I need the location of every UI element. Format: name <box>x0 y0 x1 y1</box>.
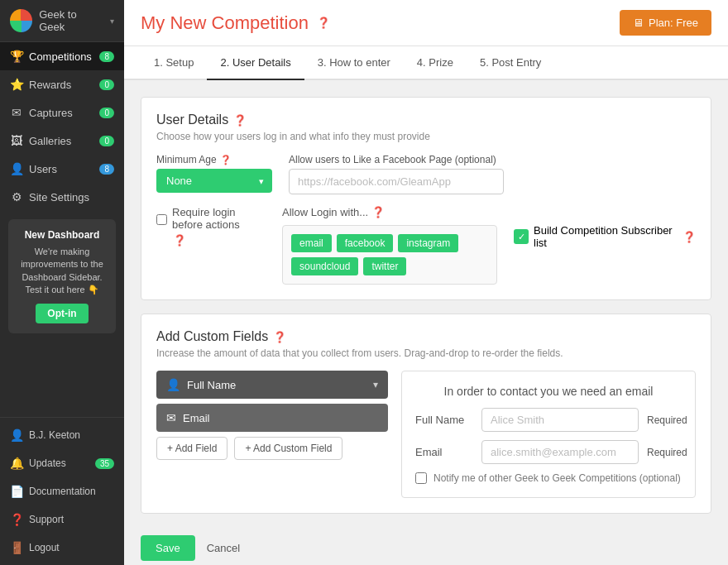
plan-icon: 🖥 <box>633 17 644 29</box>
tab-setup[interactable]: 1. Setup <box>141 46 207 80</box>
tab-how-to-enter[interactable]: 3. How to enter <box>304 46 404 80</box>
allow-login-help-icon[interactable]: ❓ <box>371 206 385 218</box>
add-buttons: + Add Field + Add Custom Field <box>156 437 388 460</box>
require-login-checkbox[interactable] <box>156 213 167 226</box>
updates-label: Updates <box>29 457 66 469</box>
sidebar-item-logout[interactable]: 🚪 Logout <box>0 534 124 562</box>
galleries-badge: 0 <box>99 136 114 146</box>
tag-instagram[interactable]: instagram <box>398 234 458 252</box>
fullname-field-label: Full Name <box>187 379 366 391</box>
plan-button[interactable]: 🖥 Plan: Free <box>620 10 711 36</box>
sidebar-promo: New Dashboard We're making improvements … <box>8 219 116 333</box>
updates-icon: 🔔 <box>10 457 23 470</box>
sidebar-item-galleries-label: Galleries <box>29 135 71 147</box>
tag-twitter[interactable]: twitter <box>363 257 406 275</box>
require-login-label: Require login before actions <box>172 206 266 231</box>
subscriber-help-icon[interactable]: ❓ <box>682 231 696 243</box>
custom-fields-subtitle: Increase the amount of data that you col… <box>156 347 696 359</box>
minimum-age-group: Minimum Age ❓ None 13+ 18+ 21+ ▾ <box>156 154 272 193</box>
tab-post-entry[interactable]: 5. Post Entry <box>467 46 554 80</box>
email-field-icon: ✉ <box>166 411 176 424</box>
logout-icon: 🚪 <box>10 541 23 554</box>
users-badge: 8 <box>99 164 114 175</box>
minimum-age-select[interactable]: None 13+ 18+ 21+ <box>156 169 272 193</box>
competitions-icon: 🏆 <box>10 50 23 63</box>
email-field-label: Email <box>183 412 378 424</box>
preview-card: In order to contact you we need an email… <box>401 371 696 498</box>
sidebar-item-users[interactable]: 👤 Users 8 <box>0 155 124 183</box>
subscriber-list-group: ✓ Build Competition Subscriber list ❓ <box>514 206 696 249</box>
action-bar: Save Cancel <box>141 527 711 561</box>
rewards-badge: 0 <box>99 79 114 90</box>
sidebar-item-captures-label: Captures <box>29 107 73 119</box>
user-details-help-icon[interactable]: ❓ <box>233 114 247 127</box>
sidebar-item-site-settings[interactable]: ⚙ Site Settings <box>0 183 124 211</box>
sidebar-item-updates[interactable]: 🔔 Updates 35 <box>0 449 124 477</box>
captures-badge: 0 <box>99 108 114 118</box>
preview-notify-checkbox[interactable] <box>415 472 427 484</box>
preview-fullname-required: Required <box>647 414 687 426</box>
sidebar-item-galleries[interactable]: 🖼 Galleries 0 <box>0 127 124 155</box>
user-details-card: User Details ❓ Choose how your users log… <box>141 97 711 300</box>
save-button[interactable]: Save <box>141 535 195 561</box>
user-details-subtitle: Choose how your users log in and what in… <box>156 131 696 142</box>
preview-email-input[interactable] <box>481 440 639 464</box>
allow-login-label: Allow Login with... ❓ <box>282 206 497 218</box>
facebook-like-label: Allow users to Like a Facebook Page (opt… <box>289 154 504 165</box>
page-title: My New Competition <box>141 12 309 34</box>
logo-icon <box>10 9 32 32</box>
field-row-fullname[interactable]: 👤 Full Name ▾ <box>156 371 388 399</box>
field-row-email[interactable]: ✉ Email <box>156 404 388 432</box>
sidebar-item-competitions-label: Competitions <box>29 50 92 63</box>
sidebar-item-user-profile[interactable]: 👤 B.J. Keeton <box>0 421 124 449</box>
preview-email-label: Email <box>415 446 473 458</box>
allow-login-section: Allow Login with... ❓ email facebook ins… <box>282 206 497 285</box>
users-icon: 👤 <box>10 162 23 175</box>
content-area: User Details ❓ Choose how your users log… <box>124 80 728 565</box>
tab-prize[interactable]: 4. Prize <box>404 46 467 80</box>
sidebar-item-competitions[interactable]: 🏆 Competitions 8 <box>0 42 124 70</box>
opt-in-button[interactable]: Opt-in <box>36 304 88 323</box>
tag-email[interactable]: email <box>291 234 332 252</box>
custom-fields-help-icon[interactable]: ❓ <box>273 331 286 343</box>
sidebar-item-rewards[interactable]: ⭐ Rewards 0 <box>0 70 124 98</box>
sidebar-logo[interactable]: Geek to Geek ▾ <box>0 0 124 42</box>
documentation-icon: 📄 <box>10 485 23 498</box>
facebook-like-group: Allow users to Like a Facebook Page (opt… <box>289 154 504 194</box>
tag-soundcloud[interactable]: soundcloud <box>291 257 358 275</box>
competitions-badge: 8 <box>99 51 114 62</box>
add-custom-field-button[interactable]: + Add Custom Field <box>234 437 342 460</box>
facebook-like-input[interactable] <box>289 169 504 194</box>
settings-icon: ⚙ <box>10 190 23 203</box>
user-details-title: User Details ❓ <box>156 113 696 127</box>
preview-fullname-field: Full Name Required <box>415 408 682 432</box>
tabs-bar: 1. Setup 2. User Details 3. How to enter… <box>124 46 728 80</box>
rewards-icon: ⭐ <box>10 78 23 91</box>
tab-user-details[interactable]: 2. User Details <box>207 46 304 80</box>
minimum-age-label: Minimum Age ❓ <box>156 154 272 165</box>
require-login-help-icon[interactable]: ❓ <box>173 234 186 247</box>
form-row-login: Require login before actions ❓ Allow Log… <box>156 206 696 285</box>
custom-fields-card: Add Custom Fields ❓ Increase the amount … <box>141 314 711 514</box>
custom-fields-title: Add Custom Fields ❓ <box>156 329 696 344</box>
preview-notify-checkbox-group: Notify me of other Geek to Geek Competit… <box>415 472 682 484</box>
fullname-field-icon: 👤 <box>166 378 180 391</box>
require-login-group: Require login before actions ❓ <box>156 206 266 247</box>
sidebar-item-captures[interactable]: ✉ Captures 0 <box>0 98 124 127</box>
preview-fullname-input[interactable] <box>481 408 639 432</box>
add-field-button[interactable]: + Add Field <box>156 437 228 460</box>
logout-label: Logout <box>29 542 60 553</box>
promo-body: We're making improvements to the Dashboa… <box>18 246 106 297</box>
sidebar-nav: 🏆 Competitions 8 ⭐ Rewards 0 ✉ Captures … <box>0 42 124 417</box>
cancel-button[interactable]: Cancel <box>204 535 243 561</box>
sidebar-item-support[interactable]: ❓ Support <box>0 505 124 534</box>
main-content: My New Competition ❓ 🖥 Plan: Free 1. Set… <box>124 0 728 565</box>
fullname-chevron-icon: ▾ <box>373 379 378 390</box>
sidebar-item-site-settings-label: Site Settings <box>29 191 89 203</box>
tag-facebook[interactable]: facebook <box>337 234 394 252</box>
preview-title: In order to contact you we need an email <box>415 385 682 398</box>
minimum-age-help-icon[interactable]: ❓ <box>220 155 232 165</box>
sidebar-item-documentation[interactable]: 📄 Documentation <box>0 477 124 505</box>
title-help-icon[interactable]: ❓ <box>317 17 330 29</box>
support-icon: ❓ <box>10 513 23 526</box>
